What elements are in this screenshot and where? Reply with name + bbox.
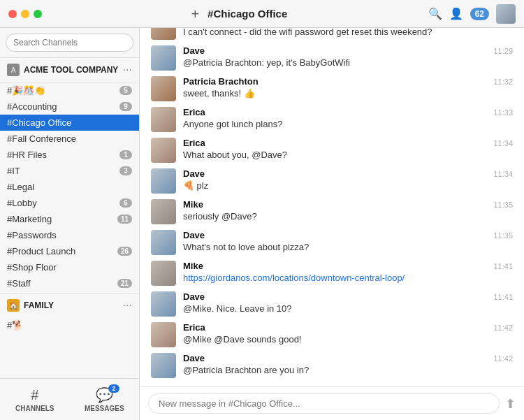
message-time: 11:33 [493, 108, 513, 117]
channel-name: #Shop Floor [7, 262, 132, 273]
message-text: https://giordanos.com/locations/downtown… [183, 272, 513, 284]
message-row: Dave11:35What's not to love about pizza? [140, 227, 524, 258]
message-text: sweet, thanks! 👍 [183, 87, 513, 100]
sidebar-channel-item[interactable]: #Marketing11 [0, 211, 139, 227]
message-sender: Erica [183, 107, 205, 117]
sidebar-channel-item[interactable]: #HR Files1 [0, 147, 139, 163]
sidebar-channel-item[interactable]: #Chicago Office [0, 115, 139, 131]
message-avatar [151, 76, 176, 101]
family-more-icon[interactable]: ··· [123, 299, 132, 312]
message-avatar [151, 322, 176, 347]
search-input[interactable] [6, 34, 133, 52]
person-icon[interactable]: 👤 [449, 7, 463, 20]
channel-list: #🎉🎊👏5#Accounting9#Chicago Office#Fall Co… [0, 82, 139, 291]
nav-channels[interactable]: # CHANNELS [0, 379, 70, 420]
message-sender: Dave [183, 45, 205, 56]
message-text: 🍕 plz [183, 180, 513, 192]
channel-badge: 9 [119, 102, 132, 111]
family-name: FAMILY [24, 300, 119, 310]
sidebar-channels-section: A ACME TOOL COMPANY ··· #🎉🎊👏5#Accounting… [0, 58, 139, 378]
sidebar-channel-item[interactable]: #Fall Conference [0, 131, 139, 147]
message-row: Dave11:34🍕 plz [140, 166, 524, 196]
message-header: Dave11:41 [183, 291, 513, 302]
channel-name: #HR Files [7, 150, 119, 160]
message-body: Patricia Brachton11:28I can't connect - … [183, 28, 513, 39]
sidebar-channel-item[interactable]: #Product Launch26 [0, 243, 139, 259]
workspace-more-icon[interactable]: ··· [123, 64, 132, 76]
family-icon: 🏠 [7, 299, 20, 312]
message-avatar [151, 353, 176, 378]
title-bar-center: + #Chicago Office [50, 7, 428, 21]
message-input[interactable] [148, 393, 500, 414]
chat-input-bar: ⬆ [140, 386, 524, 420]
sidebar-channel-item[interactable]: #Legal [0, 179, 139, 195]
family-header: 🏠 FAMILY ··· [0, 294, 139, 317]
message-row: Erica11:42@Mike @Dave sounds good! [140, 319, 524, 350]
message-text: @Patricia Brachton: yep, it's BabyGotWif… [183, 57, 513, 69]
message-time: 11:29 [493, 47, 513, 55]
message-body: Dave11:29@Patricia Brachton: yep, it's B… [183, 45, 513, 69]
sidebar: A ACME TOOL COMPANY ··· #🎉🎊👏5#Accounting… [0, 28, 140, 420]
message-sender: Dave [183, 291, 205, 302]
add-button[interactable]: + [191, 7, 199, 21]
message-row: Dave11:42@Patricia Brachton are you in? [140, 350, 524, 381]
sidebar-channel-item[interactable]: #🎉🎊👏5 [0, 82, 139, 99]
minimize-button[interactable] [21, 10, 29, 18]
user-avatar[interactable] [496, 4, 516, 24]
channel-badge: 26 [117, 247, 132, 256]
family-section: 🏠 FAMILY ··· #🐕 [0, 293, 139, 333]
channel-name: #IT [7, 166, 119, 176]
search-icon[interactable]: 🔍 [428, 7, 442, 20]
message-body: Dave11:34🍕 plz [183, 168, 513, 192]
message-header: Dave11:34 [183, 168, 513, 179]
channels-icon: # [31, 387, 38, 403]
chat-area: Hope everyone had a good holiday. Office… [140, 28, 524, 420]
channel-badge: 6 [119, 198, 132, 208]
message-body: Erica11:33Anyone got lunch plans? [183, 107, 513, 131]
send-button[interactable]: ⬆ [505, 396, 516, 412]
message-row: Dave11:41@Mike. Nice. Leave in 10? [140, 289, 524, 319]
workspace-icon: A [7, 64, 20, 76]
sidebar-channel-item[interactable]: #Shop Floor [0, 259, 139, 275]
message-avatar [151, 199, 176, 224]
message-avatar [151, 45, 176, 71]
close-button[interactable] [8, 10, 17, 18]
message-time: 11:35 [493, 231, 513, 240]
maximize-button[interactable] [34, 10, 42, 18]
sidebar-channel-item[interactable]: #Accounting9 [0, 99, 139, 115]
channel-name: #Staff [7, 278, 117, 289]
message-sender: Dave [183, 168, 205, 179]
message-time: 11:32 [493, 78, 513, 86]
sidebar-channel-item[interactable]: #Passwords [0, 227, 139, 243]
message-body: Erica11:42@Mike @Dave sounds good! [183, 322, 513, 346]
channel-badge: 11 [117, 215, 132, 224]
message-text: I can't connect - did the wifi password … [183, 28, 513, 39]
channel-name: #Fall Conference [7, 133, 132, 144]
channel-name: #🎉🎊👏 [7, 85, 119, 96]
channel-name: #Passwords [7, 230, 132, 240]
message-avatar [151, 291, 176, 317]
messages-label: MESSAGES [85, 405, 124, 412]
message-time: 11:34 [493, 139, 513, 147]
message-header: Patricia Brachton11:32 [183, 76, 513, 87]
message-link[interactable]: https://giordanos.com/locations/downtown… [183, 273, 405, 283]
sidebar-channel-item[interactable]: #Lobby6 [0, 195, 139, 211]
channel-badge: 1 [119, 150, 132, 159]
sidebar-search-container [0, 28, 139, 58]
window-controls [8, 10, 42, 18]
message-row: Mike11:41https://giordanos.com/locations… [140, 258, 524, 289]
title-bar: + #Chicago Office 🔍 👤 62 [0, 0, 524, 28]
message-sender: Dave [183, 230, 205, 240]
sidebar-channel-item[interactable]: #Staff21 [0, 275, 139, 291]
message-avatar [151, 230, 176, 255]
sidebar-channel-item[interactable]: #IT3 [0, 163, 139, 179]
messages-list: Hope everyone had a good holiday. Office… [140, 28, 524, 386]
message-header: Mike11:35 [183, 199, 513, 210]
message-header: Dave11:42 [183, 353, 513, 363]
message-avatar [151, 138, 176, 163]
family-channel-item[interactable]: #🐕 [0, 317, 139, 333]
nav-messages[interactable]: 2 💬 MESSAGES [70, 379, 140, 420]
member-count[interactable]: 62 [470, 8, 489, 20]
window-title: #Chicago Office [208, 8, 287, 20]
channel-name: #🐕 [7, 320, 132, 331]
